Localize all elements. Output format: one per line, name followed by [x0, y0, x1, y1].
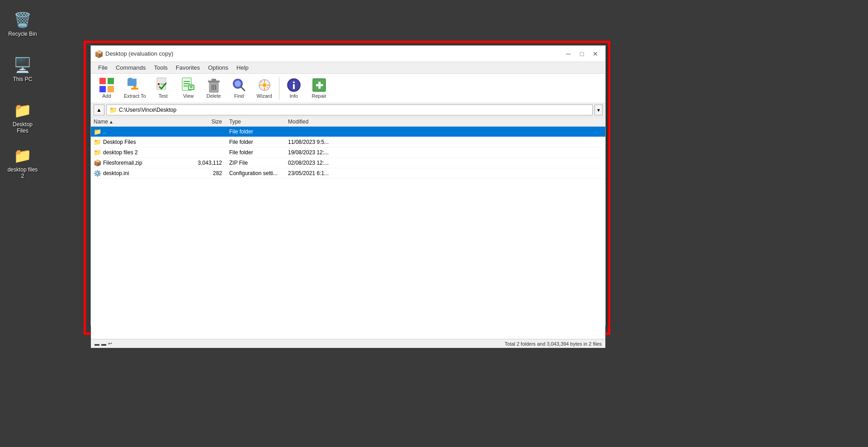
- file-name: ..: [103, 128, 106, 135]
- file-name: Filesforemail.zip: [103, 160, 142, 166]
- winrar-title-icon: 📦: [94, 50, 103, 58]
- file-size: [190, 131, 226, 133]
- extract-to-button[interactable]: Extract To: [120, 76, 150, 101]
- svg-rect-9: [158, 83, 160, 85]
- minimize-button[interactable]: ─: [562, 49, 575, 59]
- file-name: desktop.ini: [103, 170, 129, 176]
- file-size: [190, 141, 226, 143]
- status-left: ▬ ▬ ↩: [94, 341, 112, 347]
- svg-rect-5: [128, 78, 132, 80]
- status-text: Total 2 folders and 3,043,394 bytes in 2…: [505, 341, 602, 347]
- test-button[interactable]: Test: [151, 76, 175, 101]
- file-type-icon: ⚙️: [94, 170, 101, 177]
- winrar-window: 📦 Desktop (evaluation copy) ─ □ ✕ File C…: [90, 45, 606, 326]
- recycle-bin-icon[interactable]: 🗑️ Recycle Bin: [5, 9, 41, 39]
- toolbar: Add Extract To T: [91, 74, 605, 103]
- svg-line-26: [241, 87, 245, 90]
- wizard-button[interactable]: Wizard: [252, 76, 277, 101]
- address-text: C:\Users\Vince\Desktop: [119, 107, 176, 113]
- this-pc-label: This PC: [13, 76, 33, 82]
- svg-point-32: [263, 83, 266, 87]
- desktop-files-2-icon[interactable]: 📁 desktop files 2: [5, 145, 41, 181]
- file-modified: 23/05/2021 6:1...: [285, 169, 353, 177]
- column-name[interactable]: Name ▲: [91, 117, 190, 126]
- menu-favorites[interactable]: Favorites: [172, 63, 203, 72]
- svg-point-36: [293, 81, 295, 83]
- maximize-button[interactable]: □: [576, 49, 588, 59]
- file-type-icon: 📁: [94, 138, 101, 146]
- status-icon-3: ↩: [108, 341, 112, 347]
- folder-icon: 📁: [109, 106, 117, 114]
- view-button[interactable]: View: [176, 76, 201, 101]
- close-button[interactable]: ✕: [589, 49, 602, 59]
- svg-rect-1: [108, 78, 114, 84]
- address-bar: ▲ 📁 C:\Users\Vince\Desktop ▼: [91, 103, 605, 117]
- svg-text:✚: ✚: [315, 81, 323, 90]
- table-row[interactable]: 📁 Desktop FilesFile folder11/08/2023 9:5…: [91, 137, 605, 147]
- delete-button[interactable]: Delete: [202, 76, 226, 101]
- address-input-container[interactable]: 📁 C:\Users\Vince\Desktop: [106, 105, 593, 115]
- file-size: 3,043,112: [190, 159, 226, 167]
- table-row[interactable]: 📁 desktop files 2File folder19/08/2023 1…: [91, 147, 605, 158]
- file-name: desktop files 2: [103, 149, 138, 156]
- this-pc-icon[interactable]: 🖥️ This PC: [5, 54, 41, 84]
- column-type[interactable]: Type: [226, 117, 285, 126]
- recycle-bin-label: Recycle Bin: [8, 31, 37, 37]
- file-type: File folder: [226, 138, 285, 146]
- address-dropdown[interactable]: ▼: [594, 105, 603, 115]
- svg-rect-20: [212, 79, 216, 81]
- svg-point-25: [235, 81, 241, 87]
- toolbar-separator: [279, 77, 279, 100]
- menu-commands[interactable]: Commands: [112, 63, 149, 72]
- file-type-icon: 📁: [94, 128, 101, 135]
- repair-button[interactable]: ✚ Repair: [307, 76, 331, 101]
- file-size: 282: [190, 169, 226, 177]
- desktop-files-icon[interactable]: 📁 Desktop Files: [5, 100, 41, 136]
- file-name: Desktop Files: [103, 139, 136, 145]
- file-type: File folder: [226, 128, 285, 136]
- title-bar: 📦 Desktop (evaluation copy) ─ □ ✕: [91, 46, 605, 62]
- winrar-title: Desktop (evaluation copy): [105, 50, 173, 57]
- file-type: File folder: [226, 148, 285, 157]
- status-icon-2: ▬: [101, 341, 106, 347]
- menu-options[interactable]: Options: [204, 63, 232, 72]
- file-modified: 19/08/2023 12:...: [285, 148, 353, 157]
- up-button[interactable]: ▲: [94, 105, 104, 115]
- file-size: [190, 152, 226, 153]
- file-type: ZIP File: [226, 159, 285, 167]
- svg-rect-37: [293, 84, 295, 89]
- table-row[interactable]: 📁 ..File folder: [91, 127, 605, 137]
- table-row[interactable]: ⚙️ desktop.ini282Configuration setti...2…: [91, 168, 605, 179]
- status-icon-1: ▬: [94, 341, 99, 347]
- svg-rect-3: [108, 86, 114, 92]
- svg-rect-2: [99, 86, 106, 92]
- menu-help[interactable]: Help: [233, 63, 252, 72]
- file-type: Configuration setti...: [226, 169, 285, 177]
- svg-rect-15: [189, 85, 194, 90]
- column-modified[interactable]: Modified: [285, 117, 353, 126]
- file-list-container[interactable]: Name ▲ Size Type Modified 📁 ..File folde…: [91, 117, 605, 339]
- menu-tools[interactable]: Tools: [150, 63, 171, 72]
- find-button[interactable]: Find: [227, 76, 251, 101]
- menu-file[interactable]: File: [94, 63, 111, 72]
- file-modified: 02/08/2023 12:...: [285, 159, 353, 167]
- info-button[interactable]: Info: [282, 76, 306, 101]
- add-button[interactable]: Add: [94, 76, 119, 101]
- desktop-files-label: Desktop Files: [6, 121, 39, 134]
- table-row[interactable]: 📦 Filesforemail.zip3,043,112ZIP File02/0…: [91, 158, 605, 168]
- file-rows-container: 📁 ..File folder📁 Desktop FilesFile folde…: [91, 127, 605, 179]
- file-list-header: Name ▲ Size Type Modified: [91, 117, 605, 127]
- menu-bar: File Commands Tools Favorites Options He…: [91, 62, 605, 74]
- column-size[interactable]: Size: [190, 117, 226, 126]
- file-modified: 11/08/2023 9:5...: [285, 138, 353, 146]
- desktop-files-2-label: desktop files 2: [6, 166, 39, 179]
- status-bar: ▬ ▬ ↩ Total 2 folders and 3,043,394 byte…: [91, 339, 605, 348]
- file-modified: [285, 131, 353, 133]
- svg-rect-0: [99, 78, 106, 84]
- file-type-icon: 📁: [94, 149, 101, 156]
- svg-rect-7: [131, 88, 138, 90]
- file-type-icon: 📦: [94, 159, 101, 166]
